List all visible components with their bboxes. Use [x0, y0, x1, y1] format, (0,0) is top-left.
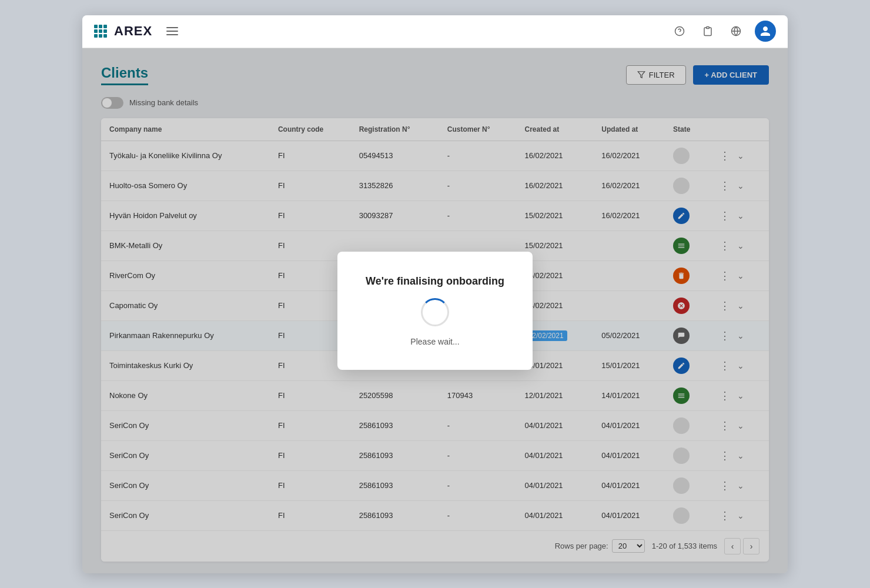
modal-box: We're finalising onboarding Please wait.…: [337, 252, 533, 370]
help-icon[interactable]: [670, 22, 689, 41]
main-content: Clients FILTER + ADD CLIENT Missing bank…: [82, 48, 788, 573]
logo-dots-icon: [94, 25, 107, 38]
modal-subtitle: Please wait...: [410, 337, 459, 346]
clipboard-icon[interactable]: [698, 22, 717, 41]
globe-icon[interactable]: [727, 22, 745, 41]
logo-area: AREX: [94, 24, 152, 39]
svg-rect-2: [707, 27, 710, 29]
top-navigation: AREX: [82, 15, 788, 48]
user-avatar[interactable]: [755, 21, 776, 42]
menu-button[interactable]: [164, 25, 180, 38]
loading-spinner: [421, 298, 449, 326]
nav-icons-group: [670, 21, 776, 42]
modal-overlay: We're finalising onboarding Please wait.…: [82, 48, 788, 573]
app-logo-text: AREX: [114, 24, 152, 39]
modal-title: We're finalising onboarding: [366, 275, 504, 288]
